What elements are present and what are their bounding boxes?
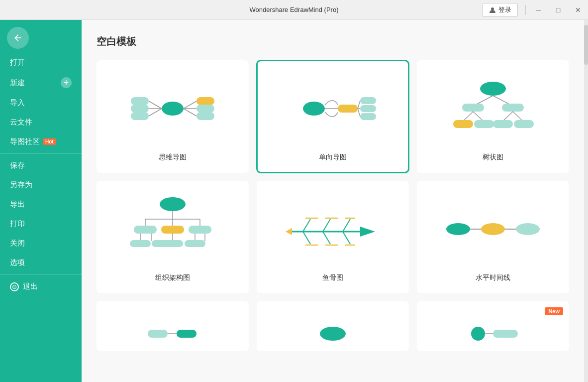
template-card-timeline[interactable]: 水平时间线 — [417, 181, 569, 293]
template-preview-row8 — [268, 312, 398, 351]
svg-line-22 — [358, 109, 360, 117]
svg-marker-62 — [286, 228, 292, 235]
mind-map-diagram — [123, 76, 222, 141]
sidebar-item-cloud[interactable]: 云文件 — [0, 113, 82, 132]
svg-rect-50 — [130, 240, 151, 247]
template-card-fishbone[interactable]: 鱼骨图 — [257, 181, 409, 293]
svg-line-57 — [323, 219, 330, 232]
template-label-fishbone: 鱼骨图 — [322, 273, 343, 282]
svg-line-58 — [343, 219, 350, 232]
template-card-row9[interactable]: New — [417, 301, 569, 351]
close-button[interactable]: ✕ — [568, 0, 588, 20]
svg-point-1 — [162, 102, 184, 116]
sidebar-item-community[interactable]: 导图社区 Hot — [0, 132, 82, 151]
svg-rect-53 — [185, 240, 205, 247]
svg-line-56 — [303, 219, 310, 232]
svg-rect-44 — [189, 226, 211, 234]
row7-diagram — [123, 312, 222, 351]
app-title: Wondershare EdrawMind (Pro) — [250, 6, 339, 13]
svg-rect-32 — [453, 120, 473, 128]
new-badge: New — [545, 307, 563, 315]
sidebar-item-import[interactable]: 导入 — [0, 93, 82, 113]
sidebar-item-close[interactable]: 关闭 — [0, 234, 82, 253]
sidebar-item-export[interactable]: 导出 — [0, 195, 82, 214]
template-preview-org — [107, 192, 238, 266]
svg-rect-5 — [196, 97, 214, 105]
svg-rect-11 — [131, 97, 149, 105]
sidebar-item-logout[interactable]: ⊖ 退出 — [0, 277, 82, 296]
sidebar-divider-2 — [0, 274, 82, 275]
back-button[interactable] — [7, 27, 29, 49]
sidebar-item-saveas[interactable]: 另存为 — [0, 175, 82, 195]
titlebar-divider — [525, 5, 526, 15]
row9-diagram — [443, 312, 543, 351]
svg-line-61 — [343, 232, 350, 244]
maximize-button[interactable]: □ — [548, 0, 568, 20]
svg-rect-35 — [514, 120, 534, 128]
scrollbar-thumb[interactable] — [584, 25, 588, 65]
template-label-one-way: 单向导图 — [319, 153, 347, 162]
svg-point-72 — [516, 223, 540, 235]
section-title: 空白模板 — [97, 35, 569, 48]
svg-point-70 — [446, 223, 470, 235]
svg-rect-6 — [196, 105, 214, 113]
template-card-mind-map[interactable]: 思维导图 — [97, 60, 249, 173]
svg-rect-42 — [134, 226, 157, 234]
svg-rect-75 — [177, 330, 196, 338]
row8-diagram — [283, 312, 383, 351]
template-label-mind-map: 思维导图 — [159, 153, 187, 162]
svg-rect-73 — [148, 330, 168, 338]
svg-rect-19 — [360, 113, 376, 120]
sidebar-item-open[interactable]: 打开 — [0, 53, 82, 72]
svg-rect-7 — [196, 112, 214, 120]
template-preview-mind-map — [107, 71, 238, 146]
minimize-button[interactable]: ─ — [528, 0, 548, 20]
svg-rect-34 — [493, 120, 513, 128]
sidebar-item-options[interactable]: 选项 — [0, 253, 82, 272]
sidebar-item-save[interactable]: 保存 — [0, 156, 82, 175]
logout-icon: ⊖ — [10, 282, 19, 291]
template-label-tree: 树状图 — [483, 153, 503, 162]
svg-rect-52 — [162, 240, 183, 247]
svg-line-2 — [184, 101, 196, 109]
scrollbar-track[interactable] — [584, 20, 588, 382]
sidebar: 打开 新建 + 导入 云文件 导图社区 Hot 保存 另存为 导出 打印 关闭 — [0, 20, 82, 382]
window-controls: 登录 ─ □ ✕ — [483, 0, 588, 19]
template-preview-timeline — [428, 192, 558, 266]
fishbone-diagram — [278, 199, 388, 259]
back-icon — [13, 33, 23, 43]
login-button[interactable]: 登录 — [483, 3, 518, 17]
template-card-org[interactable]: 组织架构图 — [97, 181, 249, 293]
svg-point-71 — [481, 223, 505, 235]
svg-point-77 — [471, 327, 485, 341]
template-preview-tree — [428, 71, 558, 146]
template-preview-row7 — [107, 312, 238, 351]
user-icon — [489, 6, 496, 13]
template-preview-one-way — [268, 71, 398, 146]
svg-line-59 — [303, 232, 310, 244]
svg-line-29 — [473, 112, 483, 121]
template-label-org: 组织架构图 — [155, 273, 190, 282]
sidebar-item-print[interactable]: 打印 — [0, 214, 82, 234]
one-way-diagram — [283, 76, 383, 141]
template-card-tree[interactable]: 树状图 — [417, 60, 569, 173]
svg-rect-18 — [360, 105, 376, 112]
svg-rect-27 — [502, 104, 524, 112]
template-card-one-way[interactable]: 单向导图 — [257, 60, 409, 173]
new-plus-icon: + — [61, 77, 72, 88]
template-preview-fishbone — [268, 192, 398, 266]
template-label-timeline: 水平时间线 — [476, 273, 510, 282]
svg-line-28 — [463, 112, 473, 121]
svg-rect-12 — [131, 105, 149, 113]
org-diagram — [123, 194, 222, 264]
template-card-row8[interactable] — [257, 301, 409, 351]
svg-rect-43 — [161, 226, 184, 234]
tree-diagram — [443, 76, 543, 141]
svg-marker-54 — [360, 227, 375, 237]
template-card-row7[interactable] — [97, 301, 249, 351]
svg-line-20 — [358, 101, 360, 109]
sidebar-item-new[interactable]: 新建 + — [0, 72, 82, 93]
svg-line-4 — [184, 109, 196, 116]
svg-line-10 — [149, 109, 162, 116]
svg-rect-79 — [493, 330, 518, 338]
